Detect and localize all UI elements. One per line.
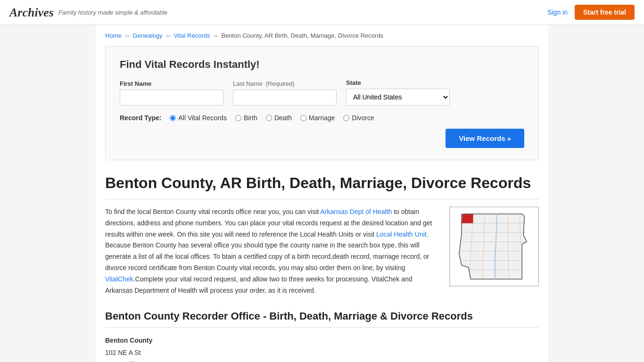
breadcrumb-home[interactable]: Home [105, 32, 122, 39]
local-health-unit-link[interactable]: Local Health Unit [376, 230, 427, 238]
radio-divorce-label: Divorce [352, 114, 374, 122]
radio-death-label: Death [274, 114, 292, 122]
radio-birth[interactable]: Birth [235, 114, 257, 122]
last-name-input[interactable] [233, 90, 337, 106]
radio-death[interactable]: Death [266, 114, 292, 122]
first-name-field-group: First Name [120, 80, 223, 106]
breadcrumb-sep-1: ›› [125, 32, 129, 39]
header: Archives Family history made simple & af… [0, 0, 644, 25]
last-name-field-group: Last Name (Required) [233, 80, 337, 106]
recorder-title: Benton County Recorder Office - Birth, D… [105, 310, 539, 328]
search-fields: First Name Last Name (Required) State Al… [120, 79, 524, 106]
state-select[interactable]: All United States [346, 89, 450, 106]
start-trial-button[interactable]: Start free trial [575, 5, 635, 20]
content-paragraph: To find the local Benton County vital re… [105, 206, 438, 296]
search-actions: View Records » [120, 129, 524, 148]
first-name-input[interactable] [120, 90, 223, 106]
radio-all-vital-input[interactable] [170, 115, 176, 121]
breadcrumb-vital-records[interactable]: Vital Records [173, 32, 210, 39]
radio-marriage[interactable]: Marriage [300, 114, 335, 122]
radio-death-input[interactable] [266, 115, 272, 121]
first-name-label: First Name [120, 80, 223, 87]
radio-marriage-label: Marriage [309, 114, 335, 122]
radio-all-vital[interactable]: All Vital Records [170, 114, 226, 122]
search-title: Find Vital Records Instantly! [120, 58, 524, 71]
radio-marriage-input[interactable] [300, 115, 306, 121]
vitalchek-link[interactable]: VitalChek [105, 275, 133, 283]
radio-all-vital-label: All Vital Records [178, 114, 226, 122]
last-name-label: Last Name (Required) [233, 80, 337, 87]
main-content: Home ›› Genealogy ›› Vital Records ›› Be… [96, 25, 548, 362]
search-box: Find Vital Records Instantly! First Name… [105, 46, 539, 160]
breadcrumb-sep-3: ›› [214, 32, 218, 39]
content-section: To find the local Benton County vital re… [105, 206, 539, 296]
site-tagline: Family history made simple & affordable [58, 9, 167, 16]
header-right: Sign in Start free trial [547, 5, 635, 20]
arkansas-map [449, 206, 539, 287]
breadcrumb-current: Benton County, AR Birth, Death, Marriage… [221, 32, 383, 39]
view-records-button[interactable]: View Records » [446, 129, 524, 148]
sign-in-link[interactable]: Sign in [547, 8, 568, 16]
radio-divorce[interactable]: Divorce [343, 114, 374, 122]
state-label: State [346, 79, 450, 86]
radio-divorce-input[interactable] [343, 115, 349, 121]
site-logo: Archives [9, 5, 54, 20]
header-left: Archives Family history made simple & af… [9, 5, 167, 20]
breadcrumb: Home ›› Genealogy ›› Vital Records ›› Be… [105, 32, 539, 39]
record-type-label: Record Type: [120, 114, 161, 122]
county-name: Benton County [105, 337, 152, 344]
arkansas-health-link[interactable]: Arkansas Dept of Health [321, 208, 392, 215]
state-field-group: State All United States [346, 79, 450, 106]
radio-birth-label: Birth [244, 114, 257, 122]
content-body: To find the local Benton County vital re… [105, 206, 438, 296]
record-type-row: Record Type: All Vital Records Birth Dea… [120, 114, 524, 122]
county-address2: Bentonville, AR 72712 [105, 359, 539, 362]
page-title: Benton County, AR Birth, Death, Marriage… [105, 174, 539, 199]
arkansas-map-container [449, 206, 539, 296]
breadcrumb-sep-2: ›› [166, 32, 170, 39]
radio-birth-input[interactable] [235, 115, 241, 121]
county-info: Benton County 102 NE A St Bentonville, A… [105, 335, 539, 362]
county-address1: 102 NE A St [105, 347, 539, 359]
breadcrumb-genealogy[interactable]: Genealogy [133, 32, 163, 39]
